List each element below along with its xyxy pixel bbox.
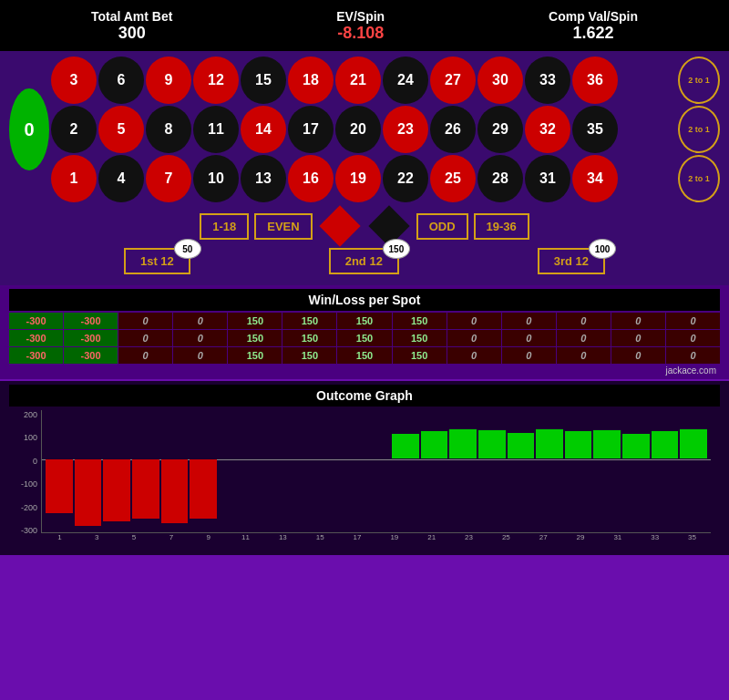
side-bets: 2 to 1 2 to 1 2 to 1 [678, 57, 720, 202]
graph-section: Outcome Graph 200 100 0 -100 -200 -300 1… [0, 381, 729, 555]
dozen-3rd[interactable]: 3rd 12 100 [538, 248, 605, 274]
wl-cell-0-12: 0 [666, 313, 720, 329]
bar-18 [565, 431, 592, 458]
bet-even[interactable]: EVEN [254, 213, 312, 240]
x-label-3: 3 [78, 533, 116, 550]
num-oval-20[interactable]: 20 [335, 106, 381, 153]
x-label-25: 25 [488, 533, 525, 550]
wl-cell-2-10: 0 [557, 347, 611, 364]
wl-cell-1-2: 0 [118, 330, 172, 346]
roulette-table: 0 32165498712111015141318171621201924232… [0, 51, 729, 285]
dozen-2nd[interactable]: 2nd 12 150 [329, 248, 399, 274]
x-label-7: 7 [152, 533, 190, 550]
graph-title: Outcome Graph [9, 385, 720, 407]
num-oval-7[interactable]: 7 [146, 155, 191, 202]
x-label-17: 17 [339, 533, 376, 550]
num-oval-2[interactable]: 2 [51, 106, 97, 153]
num-oval-4[interactable]: 4 [98, 155, 144, 202]
number-col-8: 272625 [430, 57, 476, 202]
bet-1-18[interactable]: 1-18 [200, 213, 249, 240]
x-label-9: 9 [190, 533, 227, 550]
bar-wrapper-1 [75, 410, 102, 532]
bar-12 [392, 434, 419, 458]
bet-odd[interactable]: ODD [416, 213, 468, 240]
num-oval-9[interactable]: 9 [146, 57, 191, 104]
x-label-21: 21 [413, 533, 450, 550]
num-oval-17[interactable]: 17 [288, 106, 334, 153]
side-bet-bot[interactable]: 2 to 1 [678, 155, 720, 202]
bet-black-diamond[interactable] [367, 210, 411, 242]
num-oval-30[interactable]: 30 [477, 57, 523, 104]
bar-wrapper-4 [161, 410, 189, 532]
number-col-9: 302928 [477, 57, 523, 202]
num-oval-8[interactable]: 8 [146, 106, 191, 153]
num-oval-12[interactable]: 12 [193, 57, 239, 104]
num-oval-11[interactable]: 11 [193, 106, 239, 153]
side-bet-top[interactable]: 2 to 1 [678, 57, 720, 104]
num-oval-5[interactable]: 5 [98, 106, 144, 153]
num-oval-16[interactable]: 16 [288, 155, 334, 202]
bar-wrapper-10 [334, 410, 362, 532]
wl-cell-1-10: 0 [557, 330, 611, 346]
num-oval-23[interactable]: 23 [383, 106, 428, 153]
y-neg300: -300 [10, 526, 37, 535]
num-oval-21[interactable]: 21 [335, 57, 381, 104]
bar-21 [652, 431, 679, 458]
num-oval-1[interactable]: 1 [51, 155, 97, 202]
bar-wrapper-21 [652, 410, 679, 532]
num-oval-25[interactable]: 25 [430, 155, 476, 202]
num-oval-19[interactable]: 19 [335, 155, 381, 202]
zero-cell[interactable]: 0 [9, 57, 49, 202]
num-oval-31[interactable]: 31 [525, 155, 570, 202]
num-oval-29[interactable]: 29 [477, 106, 523, 153]
num-oval-35[interactable]: 35 [572, 106, 618, 153]
number-col-11: 363534 [572, 57, 618, 202]
number-col-7: 242322 [383, 57, 428, 202]
wl-cell-0-3: 0 [173, 313, 227, 329]
bar-14 [449, 429, 477, 458]
num-oval-10[interactable]: 10 [193, 155, 239, 202]
bar-wrapper-2 [103, 410, 130, 532]
wl-cell-2-11: 0 [611, 347, 665, 364]
wl-cell-1-4: 150 [228, 330, 282, 346]
num-oval-6[interactable]: 6 [98, 57, 144, 104]
dozen-2nd-label: 2nd 12 [345, 254, 383, 268]
num-oval-33[interactable]: 33 [525, 57, 570, 104]
number-col-2: 987 [146, 57, 191, 202]
bar-wrapper-11 [363, 410, 390, 532]
bet-19-36[interactable]: 19-36 [474, 213, 529, 240]
wl-cell-0-8: 0 [447, 313, 501, 329]
wl-cell-0-1: -300 [64, 313, 118, 329]
x-label-15: 15 [302, 533, 339, 550]
number-col-4: 151413 [241, 57, 286, 202]
bar-3 [132, 459, 159, 519]
num-oval-27[interactable]: 27 [430, 57, 476, 104]
bar-0 [46, 459, 73, 513]
graph-plot [41, 410, 711, 533]
num-oval-26[interactable]: 26 [430, 106, 476, 153]
num-oval-34[interactable]: 34 [572, 155, 618, 202]
zero-oval[interactable]: 0 [9, 88, 49, 170]
bar-wrapper-9 [305, 410, 333, 532]
bet-red-diamond[interactable] [318, 210, 362, 242]
num-oval-15[interactable]: 15 [241, 57, 286, 104]
num-oval-24[interactable]: 24 [383, 57, 428, 104]
num-oval-14[interactable]: 14 [241, 106, 286, 153]
num-oval-28[interactable]: 28 [477, 155, 523, 202]
num-oval-32[interactable]: 32 [525, 106, 570, 153]
num-oval-36[interactable]: 36 [572, 57, 618, 104]
wl-cell-1-7: 150 [393, 330, 447, 346]
num-oval-22[interactable]: 22 [383, 155, 428, 202]
side-bet-mid[interactable]: 2 to 1 [678, 106, 720, 153]
wl-cell-1-3: 0 [173, 330, 227, 346]
num-oval-3[interactable]: 3 [51, 57, 97, 104]
bar-wrapper-7 [248, 410, 275, 532]
bar-wrapper-12 [392, 410, 419, 532]
dozen-1st[interactable]: 1st 12 50 [124, 248, 190, 274]
wl-cell-1-6: 150 [337, 330, 391, 346]
bar-22 [680, 429, 707, 458]
num-oval-13[interactable]: 13 [241, 155, 286, 202]
comp-val-col: Comp Val/Spin 1.622 [549, 9, 638, 43]
num-oval-18[interactable]: 18 [288, 57, 334, 104]
x-label-19: 19 [375, 533, 413, 550]
